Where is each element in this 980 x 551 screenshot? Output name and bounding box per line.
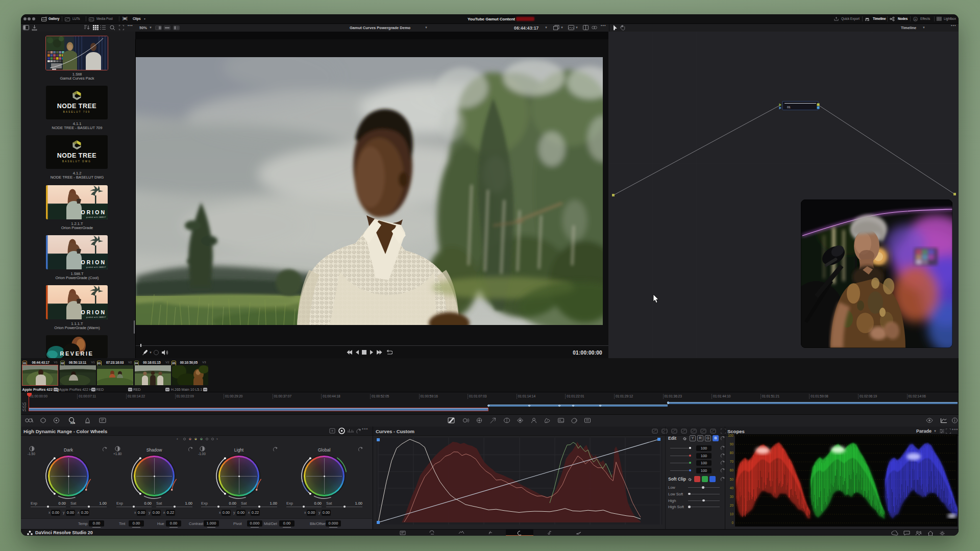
- svg-text:BASELUT 709: BASELUT 709: [63, 111, 90, 113]
- svg-text:ORION: ORION: [81, 209, 106, 215]
- svg-text:01: 01: [787, 106, 791, 109]
- svg-text:ORION: ORION: [81, 309, 106, 315]
- svg-text:fx: fx: [914, 17, 917, 20]
- svg-text:graded with GAMUT: graded with GAMUT: [86, 216, 106, 218]
- svg-text:graded with GAMUT: graded with GAMUT: [86, 266, 106, 268]
- svg-text:NODE TREE: NODE TREE: [57, 103, 96, 110]
- svg-text:REVERIE: REVERIE: [60, 350, 93, 357]
- svg-text:graded with GAMUT: graded with GAMUT: [86, 316, 106, 318]
- svg-text:NODE TREE: NODE TREE: [57, 152, 96, 159]
- svg-text:HDR: HDR: [70, 422, 75, 424]
- svg-text:ORION: ORION: [81, 259, 106, 265]
- svg-text:BASELUT DWG: BASELUT DWG: [62, 160, 91, 163]
